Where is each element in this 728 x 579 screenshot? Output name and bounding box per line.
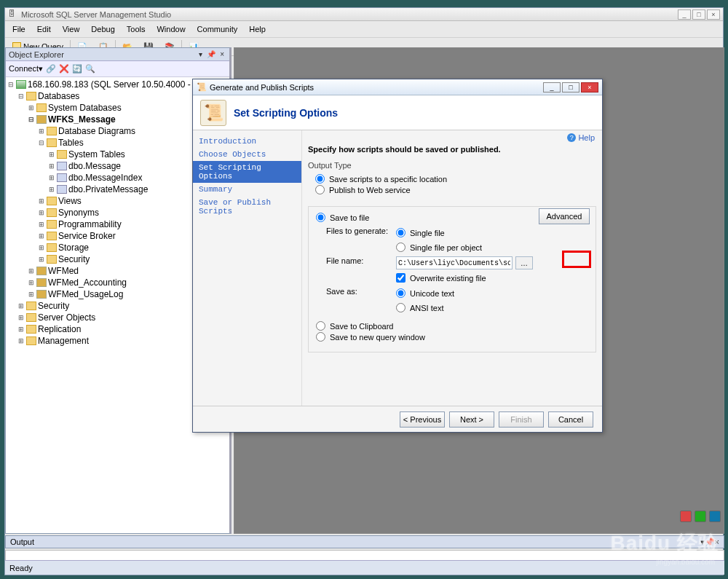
tree-synonyms[interactable]: Synonyms xyxy=(58,207,99,218)
menu-bar: File Edit View Debug Tools Window Commun… xyxy=(5,21,723,37)
explorer-dropdown-icon[interactable]: ▾ xyxy=(197,50,205,58)
tree-wfks-message[interactable]: WFKS_Message xyxy=(48,114,116,125)
minimize-button[interactable]: _ xyxy=(678,9,691,20)
tree-security[interactable]: Security xyxy=(38,300,69,312)
radio-single-file[interactable]: Single file xyxy=(396,228,482,237)
radio-unicode[interactable]: Unicode text xyxy=(396,288,454,298)
menu-tools[interactable]: Tools xyxy=(122,23,150,35)
wizard-icon: 📜 xyxy=(197,82,207,92)
menu-window[interactable]: Window xyxy=(152,23,189,35)
status-text: Ready xyxy=(9,564,33,572)
tree-db-security[interactable]: Security xyxy=(58,253,90,265)
radio-new-query-window[interactable]: Save to new query window xyxy=(316,332,588,342)
status-bar: Ready xyxy=(5,560,724,575)
explorer-tool-1[interactable]: 🔗 xyxy=(46,64,56,74)
advanced-button[interactable]: Advanced xyxy=(539,208,590,224)
wizard-close-button[interactable]: × xyxy=(581,82,598,92)
tray-icon-2[interactable] xyxy=(695,511,706,522)
tree-dbo-message[interactable]: dbo.Message xyxy=(68,160,121,172)
wizard-title: Generate and Publish Scripts xyxy=(210,83,314,92)
tree-db-diagrams[interactable]: Database Diagrams xyxy=(58,125,135,137)
finish-button: Finish xyxy=(499,411,544,428)
wizard-title-bar[interactable]: 📜 Generate and Publish Scripts _ □ × xyxy=(193,79,602,95)
tree-wfmed-usagelog[interactable]: WFMed_UsageLog xyxy=(48,288,123,300)
menu-debug[interactable]: Debug xyxy=(87,23,119,35)
connect-button[interactable]: Connect▾ xyxy=(9,64,43,74)
radio-save-location[interactable]: Save scripts to a specific location xyxy=(315,174,596,184)
tree-system-tables[interactable]: System Tables xyxy=(68,149,125,160)
tree-databases[interactable]: Databases xyxy=(38,90,79,102)
specify-label: Specify how scripts should be saved or p… xyxy=(308,145,596,154)
save-as-label: Save as: xyxy=(326,287,392,296)
menu-file[interactable]: File xyxy=(8,23,30,35)
system-tray xyxy=(680,511,721,522)
tree-programmability[interactable]: Programmability xyxy=(58,218,122,230)
step-save-publish[interactable]: Save or Publish Scripts xyxy=(193,196,301,218)
wizard-minimize-button[interactable]: _ xyxy=(543,82,561,92)
generate-scripts-wizard: 📜 Generate and Publish Scripts _ □ × 📜 S… xyxy=(192,79,603,433)
step-set-scripting-options[interactable]: Set Scripting Options xyxy=(193,161,301,183)
tree-dbo-messageindex[interactable]: dbo.MessageIndex xyxy=(68,172,142,184)
tree-replication[interactable]: Replication xyxy=(38,323,81,335)
output-type-label: Output Type xyxy=(308,161,596,170)
radio-publish-web[interactable]: Publish to Web service xyxy=(315,185,596,194)
step-summary[interactable]: Summary xyxy=(193,183,301,196)
cancel-button[interactable]: Cancel xyxy=(548,411,593,428)
tree-server[interactable]: 168.160.98.183 (SQL Server 10.50.4000 - … xyxy=(28,79,205,90)
help-link[interactable]: ?Help xyxy=(567,133,595,142)
output-title: Output xyxy=(10,537,34,546)
wizard-maximize-button[interactable]: □ xyxy=(562,82,579,92)
tree-wfmed-accounting[interactable]: WFMed_Accounting xyxy=(48,277,127,288)
tray-icon-1[interactable] xyxy=(680,511,692,522)
tree-tables[interactable]: Tables xyxy=(58,137,84,149)
tree-storage[interactable]: Storage xyxy=(58,242,89,253)
output-panel-header: Output ▾ 📌 × xyxy=(5,535,724,548)
tree-management[interactable]: Management xyxy=(38,335,89,347)
tree-system-databases[interactable]: System Databases xyxy=(48,102,122,114)
tree-dbo-privatemessage[interactable]: dbo.PrivateMessage xyxy=(68,184,148,195)
checkbox-overwrite[interactable]: Overwrite existing file xyxy=(396,273,533,283)
file-name-input[interactable] xyxy=(396,256,513,269)
explorer-tool-3[interactable]: 🔄 xyxy=(72,64,82,74)
highlight-box xyxy=(562,251,591,268)
radio-clipboard[interactable]: Save to Clipboard xyxy=(316,321,588,331)
scroll-icon: 📜 xyxy=(200,100,226,126)
wizard-header: 📜 Set Scripting Options xyxy=(193,95,602,130)
wizard-footer: < Previous Next > Finish Cancel xyxy=(193,406,602,432)
explorer-tool-4[interactable]: 🔍 xyxy=(85,64,95,74)
save-options-group: Advanced Save to file Files to generate:… xyxy=(308,206,596,352)
menu-edit[interactable]: Edit xyxy=(33,23,55,35)
tree-service-broker[interactable]: Service Broker xyxy=(58,230,116,242)
close-button[interactable]: × xyxy=(707,9,720,20)
tree-server-objects[interactable]: Server Objects xyxy=(38,312,95,323)
tray-icon-3[interactable] xyxy=(709,511,721,522)
next-button[interactable]: Next > xyxy=(449,411,494,428)
app-icon: 🗄 xyxy=(8,9,18,20)
menu-community[interactable]: Community xyxy=(193,23,242,35)
files-generate-label: Files to generate: xyxy=(326,227,392,235)
explorer-close-icon[interactable]: × xyxy=(218,50,226,58)
title-bar: 🗄 Microsoft SQL Server Management Studio… xyxy=(5,8,723,21)
output-close-icon[interactable]: × xyxy=(715,537,719,546)
radio-single-per-object[interactable]: Single file per object xyxy=(396,243,482,252)
app-title: Microsoft SQL Server Management Studio xyxy=(21,10,171,19)
explorer-toolbar: Connect▾ 🔗 ❌ 🔄 🔍 xyxy=(6,61,229,77)
step-introduction[interactable]: Introduction xyxy=(193,135,301,148)
tree-wfmed[interactable]: WFMed xyxy=(48,265,79,277)
explorer-tool-2[interactable]: ❌ xyxy=(59,64,69,74)
radio-ansi[interactable]: ANSI text xyxy=(396,303,454,312)
maximize-button[interactable]: □ xyxy=(692,9,705,20)
step-choose-objects[interactable]: Choose Objects xyxy=(193,148,301,161)
explorer-pin-icon[interactable]: 📌 xyxy=(205,50,218,58)
wizard-content: ?Help Specify how scripts should be save… xyxy=(302,130,602,406)
menu-help[interactable]: Help xyxy=(245,23,270,35)
explorer-header: Object Explorer ▾ 📌 × xyxy=(6,48,229,61)
menu-view[interactable]: View xyxy=(58,23,84,35)
tree-views[interactable]: Views xyxy=(58,195,82,207)
explorer-title: Object Explorer xyxy=(9,50,64,59)
help-icon: ? xyxy=(567,133,576,142)
output-pin-icon[interactable]: 📌 xyxy=(705,537,715,547)
previous-button[interactable]: < Previous xyxy=(400,411,445,428)
browse-button[interactable]: … xyxy=(515,256,533,269)
wizard-heading: Set Scripting Options xyxy=(234,107,338,119)
